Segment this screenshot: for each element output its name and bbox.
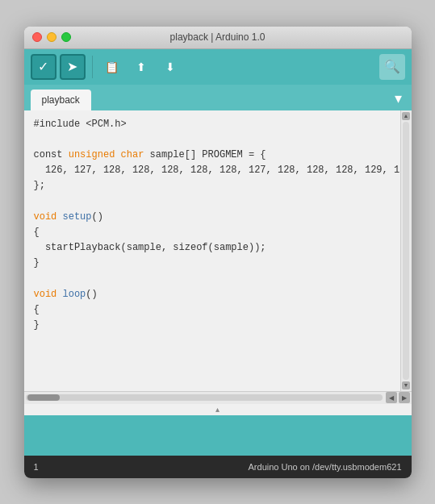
app-window: playback | Arduino 1.0 ✓ ➤ 📋 ⬆ ⬇ 🔍 playb…	[24, 27, 412, 478]
window-title: playback | Arduino 1.0	[170, 31, 266, 43]
code-line-12: void loop()	[34, 287, 391, 302]
horizontal-scrollbar: ◀ ▶	[24, 391, 412, 404]
scroll-right-button[interactable]: ▶	[399, 392, 410, 403]
open-button[interactable]: ⬆	[128, 54, 154, 80]
toolbar-separator-1	[92, 56, 93, 78]
code-line-13: {	[34, 302, 391, 318]
chevron-down-icon: ▾	[395, 90, 402, 106]
code-editor[interactable]: #include <PCM.h> const unsigned char sam…	[24, 110, 400, 391]
new-button[interactable]: 📋	[99, 54, 125, 80]
scrollbar-thumb-horizontal[interactable]	[27, 394, 60, 401]
tab-dropdown-button[interactable]: ▾	[391, 90, 405, 110]
verify-icon: ✓	[38, 59, 48, 74]
vertical-scrollbar: ▲ ▼	[400, 110, 412, 391]
search-icon: 🔍	[384, 59, 400, 74]
code-line-6	[34, 194, 391, 209]
code-line-9: startPlayback(sample, sizeof(sample));	[34, 240, 391, 256]
save-icon: ⬇	[165, 60, 175, 73]
scrollbar-track-horizontal[interactable]	[26, 394, 383, 401]
title-bar: playback | Arduino 1.0	[24, 27, 412, 49]
new-icon: 📋	[105, 60, 119, 73]
code-line-7: void setup()	[34, 210, 391, 225]
minimize-button[interactable]	[47, 32, 56, 42]
code-line-11	[34, 271, 391, 286]
upload-button[interactable]: ➤	[60, 54, 86, 80]
maximize-button[interactable]	[61, 32, 71, 42]
editor-container: #include <PCM.h> const unsigned char sam…	[24, 110, 412, 391]
save-button[interactable]: ⬇	[157, 54, 183, 80]
search-button[interactable]: 🔍	[379, 54, 405, 80]
verify-button[interactable]: ✓	[31, 54, 56, 80]
status-device: Arduino Uno on /dev/tty.usbmodem621	[249, 462, 402, 472]
line-indicator: ▴	[24, 404, 412, 415]
scroll-up-button[interactable]: ▲	[402, 112, 410, 120]
traffic-lights	[32, 32, 71, 42]
tab-label: playback	[42, 94, 80, 106]
code-line-14: }	[34, 318, 391, 333]
code-line-3: const unsigned char sample[] PROGMEM = {	[34, 148, 391, 163]
close-button[interactable]	[32, 32, 42, 42]
scrollbar-arrows-h: ◀ ▶	[386, 392, 410, 403]
code-line-10: }	[34, 256, 391, 271]
status-bar: 1 Arduino Uno on /dev/tty.usbmodem621	[24, 456, 412, 478]
upload-icon: ➤	[67, 59, 77, 74]
code-line-4: 126, 127, 128, 128, 128, 128, 128, 127, …	[34, 163, 391, 178]
tab-bar: playback ▾	[24, 85, 412, 110]
console-area	[24, 415, 412, 456]
scroll-left-button[interactable]: ◀	[386, 392, 397, 403]
line-indicator-text: ▴	[215, 405, 220, 414]
open-icon: ⬆	[136, 60, 146, 73]
code-line-2	[34, 132, 391, 148]
tab-playback[interactable]: playback	[31, 90, 91, 110]
code-line-1: #include <PCM.h>	[34, 117, 391, 132]
scrollbar-track-vertical[interactable]	[403, 122, 409, 380]
status-line-number: 1	[34, 462, 39, 472]
code-line-8: {	[34, 225, 391, 240]
scroll-down-button[interactable]: ▼	[402, 381, 410, 389]
toolbar: ✓ ➤ 📋 ⬆ ⬇ 🔍	[24, 49, 412, 85]
code-line-5: };	[34, 178, 391, 194]
